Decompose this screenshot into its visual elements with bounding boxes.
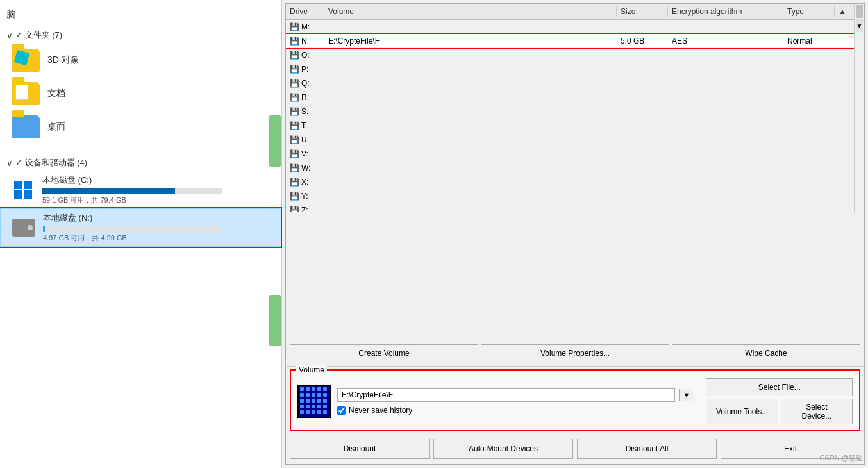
dot [323, 393, 327, 397]
cell-extra [835, 195, 854, 197]
col-header-encryption: Encryption algorithm [668, 6, 783, 17]
cell-extra [835, 167, 854, 169]
drive-bar-n [43, 226, 222, 232]
wipe-cache-button[interactable]: Wipe Cache [672, 344, 860, 362]
cell-size [617, 195, 668, 197]
select-device-button[interactable]: Select Device... [781, 399, 853, 424]
dot [323, 405, 327, 408]
list-item[interactable]: 桌面 [0, 110, 281, 144]
cell-volume [324, 54, 617, 56]
chevron-down-icon: ∨ [6, 158, 13, 168]
cell-type [783, 68, 835, 71]
dot [300, 387, 304, 391]
col-header-type: Type [783, 6, 835, 17]
cell-size [617, 96, 668, 99]
table-body[interactable]: 💾 M: 💾 N: E:\CrypteFile\F 5.0 GB [286, 20, 854, 212]
brain-header: 脑 [0, 6, 281, 26]
table-row[interactable]: 💾 M: [286, 20, 854, 34]
dot [317, 410, 321, 414]
cell-algorithm [668, 26, 783, 28]
cell-extra [835, 96, 854, 99]
list-item[interactable]: 文档 [0, 77, 281, 110]
cell-algorithm [668, 124, 783, 127]
volume-checkbox-row: Never save history [337, 406, 694, 415]
create-volume-button[interactable]: Create Volume [290, 344, 478, 362]
cell-drive: 💾 M: [286, 21, 324, 33]
table-row[interactable]: 💾 Z: [286, 203, 854, 212]
table-row[interactable]: 💾 W: [286, 161, 854, 175]
table-row[interactable]: 💾 O: [286, 48, 854, 62]
cell-extra [835, 82, 854, 85]
folder-3d-icon [10, 47, 41, 73]
dot [312, 410, 315, 414]
cell-algorithm [668, 54, 783, 56]
lower-action-buttons: Volume Tools... Select Device... [706, 399, 853, 424]
dot [312, 387, 315, 391]
cell-algorithm [668, 82, 783, 85]
table-row-n[interactable]: 💾 N: E:\CrypteFile\F 5.0 GB AES Normal [286, 34, 854, 48]
volume-path-input[interactable] [337, 388, 675, 402]
cell-size [617, 68, 668, 71]
volume-properties-button[interactable]: Volume Properties... [481, 344, 669, 362]
never-save-history-checkbox[interactable] [337, 406, 346, 415]
dot [300, 410, 304, 414]
list-item[interactable]: 3D 对象 [0, 44, 281, 77]
table-row[interactable]: 💾 X: [286, 175, 854, 189]
cell-size [617, 167, 668, 169]
cell-volume [324, 138, 617, 141]
table-row[interactable]: 💾 R: [286, 90, 854, 104]
cell-extra [835, 181, 854, 183]
drive-item-n[interactable]: 本地磁盘 (N:) 4.97 GB 可用，共 4.99 GB [0, 208, 281, 247]
volume-section: Volume [290, 369, 860, 431]
cell-drive: 💾 V: [286, 148, 324, 160]
dot [317, 405, 321, 408]
auto-mount-button[interactable]: Auto-Mount Devices [433, 439, 573, 459]
scroll-down-btn[interactable]: ▼ [856, 19, 863, 32]
dot [300, 405, 304, 408]
cell-size [617, 54, 668, 56]
table-row[interactable]: 💾 P: [286, 62, 854, 76]
cell-size [617, 153, 668, 155]
folders-section-header[interactable]: ∨ ✓ 文件夹 (7) [0, 27, 281, 44]
cell-size-n: 5.0 GB [617, 35, 668, 47]
dot [323, 399, 327, 403]
cell-drive-n: 💾 N: [286, 35, 324, 47]
volume-content: ▼ Never save history Select File... Volu… [297, 378, 853, 424]
drive-item-c[interactable]: 本地磁盘 (C:) 59.1 GB 可用，共 79.4 GB [0, 171, 281, 208]
volume-dropdown-button[interactable]: ▼ [679, 389, 695, 401]
select-file-button[interactable]: Select File... [706, 378, 853, 396]
table-header: Drive Volume Size Encryption algorithm T… [286, 4, 854, 20]
drive-name-c: 本地磁盘 (C:) [42, 174, 271, 186]
drive-size-n: 4.97 GB 可用，共 4.99 GB [43, 233, 271, 243]
cell-drive: 💾 W: [286, 162, 324, 174]
table-row[interactable]: 💾 Y: [286, 189, 854, 203]
col-header-scroll: ▲ [835, 6, 854, 17]
cell-algorithm [668, 68, 783, 71]
cell-drive: 💾 T: [286, 120, 324, 131]
volume-tools-button[interactable]: Volume Tools... [706, 399, 778, 424]
cell-algorithm-n: AES [668, 35, 783, 47]
folder-name: 文档 [47, 88, 65, 99]
cell-drive: 💾 O: [286, 49, 324, 61]
cell-drive: 💾 Z: [286, 205, 324, 213]
table-row[interactable]: 💾 V: [286, 147, 854, 161]
col-header-size: Size [617, 6, 668, 17]
cell-volume [324, 181, 617, 183]
dismount-button[interactable]: Dismount [290, 439, 430, 459]
col-header-drive: Drive [286, 6, 324, 17]
table-row[interactable]: 💾 T: [286, 119, 854, 133]
cell-algorithm [668, 96, 783, 99]
cell-algorithm [668, 167, 783, 169]
devices-section-header[interactable]: ∨ ✓ 设备和驱动器 (4) [0, 155, 281, 171]
table-row[interactable]: 💾 U: [286, 133, 854, 147]
cell-extra [835, 153, 854, 155]
cell-extra [835, 26, 854, 28]
scrollbar-thumb[interactable] [856, 5, 863, 18]
dismount-all-button[interactable]: Dismount All [577, 439, 717, 459]
cell-type [783, 209, 835, 212]
dot [306, 393, 310, 397]
table-row[interactable]: 💾 Q: [286, 76, 854, 90]
cell-volume [324, 68, 617, 71]
table-row[interactable]: 💾 S: [286, 104, 854, 119]
scrollbar[interactable]: ▼ [854, 4, 864, 212]
